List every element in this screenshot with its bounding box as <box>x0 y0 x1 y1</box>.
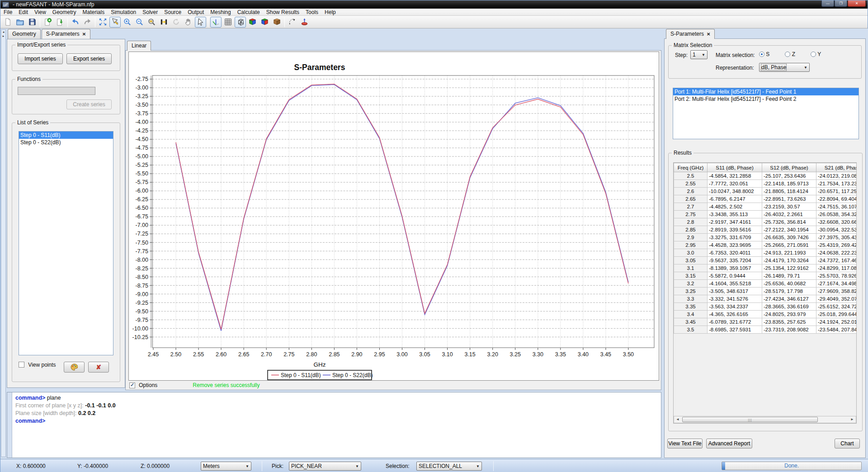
tab-linear[interactable]: Linear <box>127 41 151 51</box>
table-row[interactable]: 3.1-8.1389, 359.1057-25.1354, 122.9162-2… <box>674 264 857 272</box>
menu-geometry[interactable]: Geometry <box>49 9 80 16</box>
table-row[interactable]: 2.8-2.9197, 347.4161-25.7326, 356.814-32… <box>674 218 857 226</box>
table-row[interactable]: 3.15-5.5872, 0.9444-26.1489, 79.71-25.57… <box>674 272 857 280</box>
tab-close-icon[interactable]: ✕ <box>82 32 86 37</box>
matrix-option-s[interactable]: S <box>759 51 769 57</box>
zoom-in-button[interactable] <box>122 17 133 28</box>
menu-simulation[interactable]: Simulation <box>108 9 139 16</box>
table-row[interactable]: 2.6-10.0247, 348.8002-21.8805, 118.4124-… <box>674 188 857 195</box>
menu-edit[interactable]: Edit <box>15 9 31 16</box>
table-row[interactable]: 2.5-4.5854, 321.2858-25.107, 253.6436-24… <box>674 172 857 180</box>
import-button[interactable] <box>54 17 66 28</box>
cone-axis-button[interactable] <box>299 17 310 28</box>
column-header[interactable]: S11 (dB, Phase) <box>708 163 762 172</box>
table-row[interactable]: 3.25-3.505, 348.6317-28.5179, 17.798-27.… <box>674 288 857 295</box>
column-header[interactable]: S21 (dB, Phase) <box>816 163 857 172</box>
new-file-button[interactable] <box>2 17 14 28</box>
maximize-button[interactable]: ❐ <box>835 0 847 7</box>
units-combo[interactable]: Meters ▼ <box>201 462 251 471</box>
grid-button[interactable] <box>222 17 234 28</box>
port-list-item[interactable]: Port 1: Multi-Filar Helix [id545121f7] -… <box>673 88 859 95</box>
frames-button[interactable] <box>158 17 170 28</box>
table-row[interactable]: 3.0-6.7353, 320.4011-24.913, 221.1993-24… <box>674 249 857 257</box>
scroll-thumb[interactable]: ||| <box>682 417 818 422</box>
scroll-right-icon[interactable]: ► <box>849 416 856 423</box>
tab-sparameters-right[interactable]: S-Parameters ✕ <box>666 29 715 39</box>
options-checkbox[interactable] <box>129 382 135 388</box>
menu-file[interactable]: File <box>0 9 15 16</box>
axes-button[interactable] <box>210 17 222 28</box>
shaded-cube-button[interactable] <box>247 17 258 28</box>
menu-meshing[interactable]: Meshing <box>207 9 234 16</box>
create-series-button[interactable]: Create series <box>66 99 112 109</box>
tab-geometry[interactable]: Geometry <box>8 29 41 39</box>
fit-view-button[interactable] <box>97 17 108 28</box>
menu-help[interactable]: Help <box>321 9 339 16</box>
rotate-arc-button[interactable] <box>287 17 298 28</box>
step-combo[interactable]: 1 ▼ <box>690 50 708 59</box>
select-arrow-button[interactable] <box>195 17 206 28</box>
table-row[interactable]: 2.55-7.7772, 320.051-22.1418, 185.9713-2… <box>674 180 857 188</box>
series-color-button[interactable] <box>64 362 85 373</box>
table-row[interactable]: 2.9-3.3275, 331.6709-26.6635, 309.7426-2… <box>674 234 857 241</box>
console-scrollbar[interactable] <box>7 392 12 458</box>
menu-solver[interactable]: Solver <box>139 9 161 16</box>
table-row[interactable]: 3.4-4.365, 326.6165-24.8025, 293.979-25.… <box>674 311 857 318</box>
add-project-button[interactable] <box>42 17 53 28</box>
rotate-view-button[interactable] <box>170 17 182 28</box>
column-header[interactable]: S12 (dB, Phase) <box>762 163 816 172</box>
command-console[interactable]: command> planeFirst corner of plane [x y… <box>7 392 661 458</box>
table-row[interactable]: 2.75-3.3438, 355.113-26.4032, 2.2661-26.… <box>674 211 857 218</box>
pick-button[interactable] <box>109 17 121 28</box>
undo-button[interactable] <box>70 17 81 28</box>
table-row[interactable]: 3.05-9.5637, 335.7204-24.4179, 170.3264-… <box>674 257 857 264</box>
table-row[interactable]: 2.85-2.8919, 339.5616-27.2122, 340.1954-… <box>674 226 857 234</box>
results-hscrollbar[interactable]: ◄ ||| ► <box>674 416 856 423</box>
function-input[interactable] <box>18 87 95 95</box>
menu-view[interactable]: View <box>31 9 49 16</box>
representation-combo[interactable]: dB, Phase ▼ <box>759 63 810 72</box>
tab-sparameters-left[interactable]: S-Parameters ✕ <box>42 29 90 39</box>
table-row[interactable]: 3.2-4.1604, 355.5218-25.6536, 40.0682-27… <box>674 280 857 288</box>
column-header[interactable]: Freq (GHz) <box>674 163 708 172</box>
pick-combo[interactable]: PICK_NEAR ▼ <box>289 462 361 471</box>
series-delete-button[interactable]: ✘ <box>88 362 109 373</box>
chart-button[interactable]: Chart <box>835 439 860 448</box>
table-row[interactable]: 3.5-8.6985, 327.5931-23.7319, 208.9082-2… <box>674 326 857 334</box>
redo-button[interactable] <box>82 17 93 28</box>
menu-output[interactable]: Output <box>184 9 207 16</box>
open-file-button[interactable] <box>14 17 26 28</box>
tab-close-icon-right[interactable]: ✕ <box>707 32 710 37</box>
minimize-button[interactable]: — <box>821 0 834 7</box>
series-list-item[interactable]: Step 0 - S11(dB) <box>19 132 113 139</box>
table-row[interactable]: 3.35-3.563, 334.2337-28.3665, 336.6169-2… <box>674 303 857 311</box>
port-list-item[interactable]: Port 2: Multi-Filar Helix [id545121f7] -… <box>673 95 859 103</box>
matrix-option-y[interactable]: Y <box>811 51 821 57</box>
selection-combo[interactable]: SELECTION_ALL ▼ <box>416 462 482 471</box>
view-points-checkbox[interactable] <box>19 362 24 368</box>
menu-calculate[interactable]: Calculate <box>234 9 263 16</box>
wireframe-cube-button[interactable] <box>235 17 246 28</box>
menu-show-results[interactable]: Show Results <box>263 9 302 16</box>
import-series-button[interactable]: Import series <box>18 53 63 64</box>
table-row[interactable]: 2.65-6.7895, 6.2147-22.8951, 73.6263-22.… <box>674 195 857 203</box>
zoom-out-button[interactable] <box>134 17 145 28</box>
menu-source[interactable]: Source <box>161 9 184 16</box>
solid-cube-button[interactable] <box>271 17 283 28</box>
save-button[interactable] <box>27 17 38 28</box>
menu-materials[interactable]: Materials <box>80 9 108 16</box>
zoom-window-button[interactable] <box>146 17 157 28</box>
dock-splitter[interactable]: ◂ ▸ <box>1 29 6 457</box>
close-button[interactable]: ✕ <box>848 0 866 7</box>
advanced-report-button[interactable]: Advanced Report <box>706 439 752 448</box>
table-row[interactable]: 2.7-4.4825, 2.502-23.2159, 30.57-24.7515… <box>674 203 857 211</box>
export-series-button[interactable]: Export series <box>66 53 112 64</box>
menu-tools[interactable]: Tools <box>302 9 321 16</box>
pan-button[interactable] <box>183 17 194 28</box>
scroll-left-icon[interactable]: ◄ <box>674 416 681 423</box>
table-row[interactable]: 3.45-6.0789, 321.6772-23.8355, 257.625-2… <box>674 318 857 326</box>
series-list-item[interactable]: Step 0 - S22(dB) <box>19 139 113 146</box>
matrix-option-z[interactable]: Z <box>785 51 795 57</box>
view-text-file-button[interactable]: View Text File <box>667 439 703 448</box>
table-row[interactable]: 2.95-4.4528, 323.9695-25.2665, 271.0591-… <box>674 241 857 249</box>
